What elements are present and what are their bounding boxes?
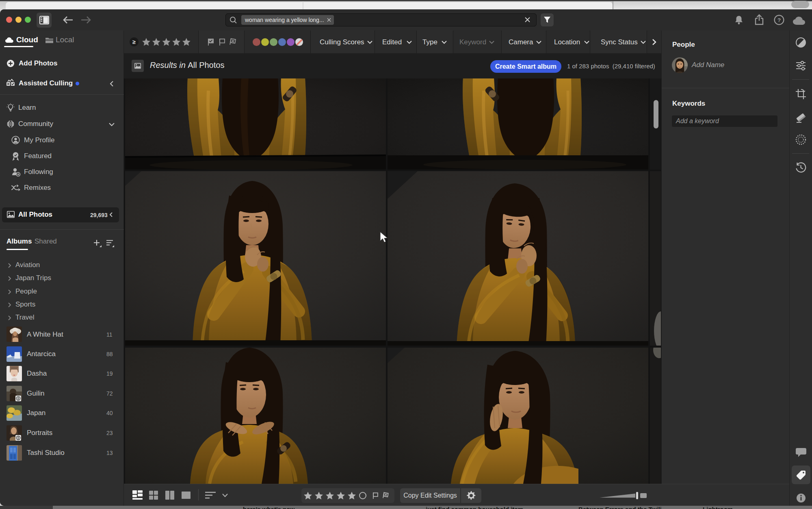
svg-text:?: ? [777, 17, 781, 23]
